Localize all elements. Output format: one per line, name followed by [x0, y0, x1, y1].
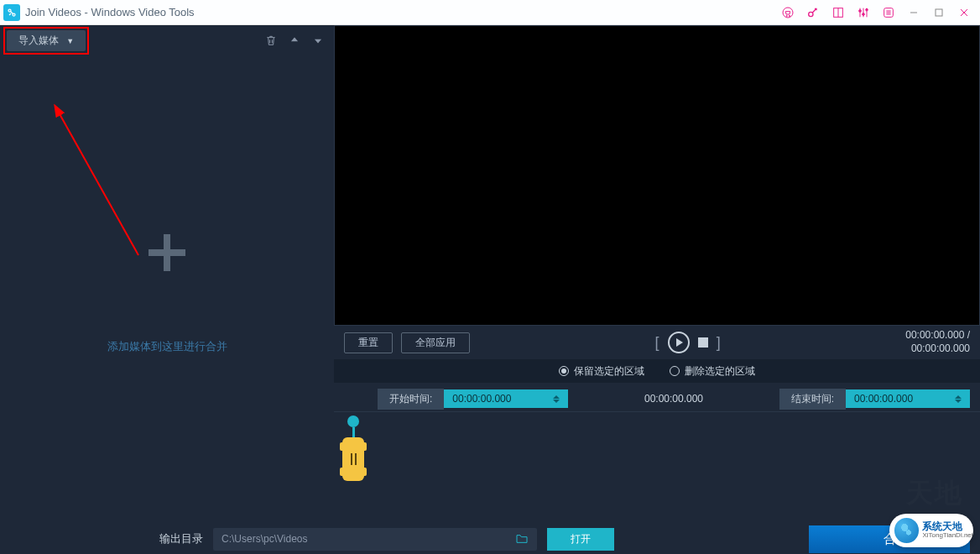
timeline-track[interactable]: [342, 426, 972, 486]
titlebar-actions: [775, 1, 977, 24]
timeline[interactable]: [334, 411, 980, 504]
svg-line-22: [59, 112, 138, 255]
start-time-input[interactable]: 00:00:00.000: [444, 389, 568, 408]
maximize-button[interactable]: [926, 1, 951, 24]
start-time-value: 00:00:00.000: [452, 393, 511, 405]
annotation-arrow: [50, 104, 151, 264]
svg-point-5: [809, 12, 813, 16]
output-path-input[interactable]: C:\Users\pc\Videos: [213, 528, 537, 551]
key-icon[interactable]: [800, 1, 826, 24]
keep-region-radio[interactable]: 保留选定的区域: [559, 364, 644, 379]
menu-icon[interactable]: [876, 1, 901, 24]
plus-icon: [142, 222, 192, 289]
open-folder-button[interactable]: 打开: [547, 528, 614, 551]
apply-all-button[interactable]: 全部应用: [401, 332, 470, 353]
trim-handle[interactable]: [342, 437, 364, 481]
total-time: 00:00:00.000: [905, 342, 970, 356]
window-title: Join Videos - Windows Video Tools: [25, 6, 775, 18]
close-button[interactable]: [951, 1, 977, 24]
svg-point-4: [783, 8, 793, 18]
delete-icon[interactable]: [262, 31, 280, 50]
media-panel: 导入媒体 ▼ 添加媒体到这里进行合并: [0, 25, 334, 524]
main-area: 导入媒体 ▼ 添加媒体到这里进行合并 重置 全部应用: [0, 25, 980, 524]
app-icon: [3, 4, 20, 21]
delete-region-label: 删除选定的区域: [685, 364, 755, 379]
current-time: 00:00:00.000 /: [905, 329, 970, 342]
radio-unchecked-icon: [670, 366, 680, 376]
region-options-row: 保留选定的区域 删除选定的区域: [334, 359, 980, 383]
move-up-icon[interactable]: [285, 31, 304, 50]
svg-rect-19: [936, 9, 942, 16]
watermark-url: XiTongTianDi.net: [922, 532, 973, 540]
editor-panel: 重置 全部应用 [ ] 00:00:00.000 / 00:00:00.000 …: [334, 25, 980, 524]
stop-button[interactable]: [698, 337, 708, 348]
import-media-button[interactable]: 导入媒体 ▼: [7, 30, 86, 51]
media-drop-area[interactable]: 添加媒体到这里进行合并: [0, 52, 334, 524]
keep-region-label: 保留选定的区域: [574, 364, 644, 379]
spinner-icon[interactable]: [553, 395, 560, 403]
duration-display: 00:00:00.000: [568, 393, 779, 405]
folder-icon[interactable]: [515, 532, 529, 546]
mark-out-icon[interactable]: ]: [717, 334, 721, 352]
import-media-label: 导入媒体: [18, 34, 59, 46]
output-dir-label: 输出目录: [159, 531, 203, 546]
timeline-playhead[interactable]: [342, 416, 364, 481]
end-time-input[interactable]: 00:00:00.000: [846, 389, 970, 408]
delete-region-radio[interactable]: 删除选定的区域: [670, 364, 755, 379]
start-time-label: 开始时间:: [378, 389, 444, 410]
move-down-icon[interactable]: [309, 31, 327, 50]
radio-checked-icon: [559, 366, 569, 376]
bottom-bar: 输出目录 C:\Users\pc\Videos 打开 合: [0, 524, 980, 554]
settings-sliders-icon[interactable]: [851, 1, 876, 24]
player-controls: 重置 全部应用 [ ] 00:00:00.000 / 00:00:00.000: [334, 326, 980, 359]
end-time-label: 结束时间:: [779, 389, 846, 410]
layout-icon[interactable]: [826, 1, 851, 24]
cart-icon[interactable]: [775, 1, 800, 24]
titlebar: Join Videos - Windows Video Tools: [0, 0, 980, 25]
svg-point-12: [863, 13, 865, 15]
output-path-value: C:\Users\pc\Videos: [222, 533, 308, 545]
spinner-icon[interactable]: [955, 395, 962, 403]
end-time-value: 00:00:00.000: [854, 393, 913, 405]
video-preview[interactable]: [334, 25, 980, 326]
svg-line-3: [9, 13, 11, 15]
mark-in-icon[interactable]: [: [655, 334, 659, 352]
time-inputs-row: 开始时间: 00:00:00.000 00:00:00.000 结束时间: 00…: [334, 386, 980, 411]
watermark-badge: 系统天地 XiTongTianDi.net: [889, 514, 973, 547]
svg-point-13: [866, 8, 868, 11]
reset-button[interactable]: 重置: [344, 332, 393, 353]
time-display: 00:00:00.000 / 00:00:00.000: [905, 329, 970, 355]
chevron-down-icon: ▼: [66, 37, 74, 45]
globe-icon: [894, 518, 919, 543]
playhead-knob-icon: [347, 416, 359, 427]
play-button[interactable]: [668, 332, 690, 353]
svg-point-11: [859, 9, 862, 12]
minimize-button[interactable]: [901, 1, 926, 24]
drop-hint-text: 添加媒体到这里进行合并: [107, 339, 227, 354]
media-toolbar: 导入媒体 ▼: [0, 25, 334, 52]
